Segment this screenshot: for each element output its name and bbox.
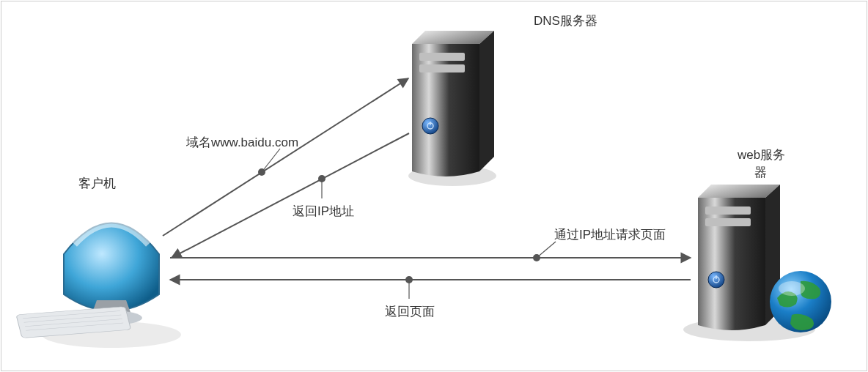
- svg-line-2: [172, 133, 409, 258]
- svg-rect-17: [419, 64, 465, 72]
- edge-from-dns-label: 返回IP地址: [293, 203, 354, 220]
- diagram-canvas: 客户机 DNS服务器 web服务 器 域名www.baidu.com 返回IP地…: [1, 1, 867, 371]
- svg-rect-16: [419, 53, 465, 61]
- svg-point-18: [422, 118, 438, 134]
- dns-server-icon: [408, 31, 496, 186]
- svg-rect-23: [705, 218, 751, 226]
- svg-point-28: [779, 281, 805, 296]
- svg-rect-22: [705, 207, 751, 215]
- edge-to-web-label: 通过IP地址请求页面: [554, 226, 666, 243]
- web-label-1: web服务: [738, 146, 785, 163]
- svg-point-24: [708, 272, 724, 288]
- web-label-2: 器: [754, 164, 767, 181]
- client-icon: [16, 223, 181, 349]
- web-server-icon: [683, 185, 831, 341]
- client-label: 客户机: [78, 175, 116, 192]
- svg-line-0: [163, 78, 408, 236]
- dns-label: DNS服务器: [534, 12, 597, 29]
- edge-from-web-label: 返回页面: [385, 303, 435, 320]
- edge-to-dns-label: 域名www.baidu.com: [186, 134, 298, 151]
